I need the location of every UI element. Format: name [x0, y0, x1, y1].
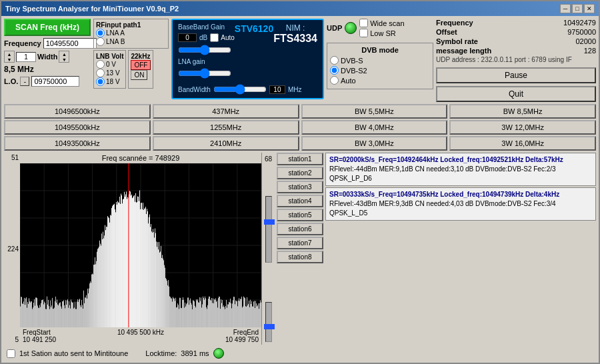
- lnbv-18-radio[interactable]: [96, 77, 105, 86]
- freq-btns-row-1: 10496500kHz437MHzBW 5,5MHzBW 8,5MHz: [4, 104, 596, 119]
- freq-btn-437MHz[interactable]: 437MHz: [153, 104, 299, 119]
- width-display: 8,5 MHz: [4, 65, 91, 74]
- nim-auto-checkbox[interactable]: [210, 33, 219, 42]
- frequency-input[interactable]: [43, 38, 97, 49]
- freq-center-display: 10 495 500 kHz: [117, 329, 164, 343]
- freq-btn-BW55MHz[interactable]: BW 5,5MHz: [301, 104, 448, 119]
- nim-gain-row: dB Auto: [178, 33, 235, 42]
- nim-bw: BandWidth MHz: [178, 84, 317, 95]
- step-spinner: ▲ ▼: [4, 51, 15, 63]
- symbol-info-value: 02000: [575, 37, 596, 45]
- close-button[interactable]: ✕: [584, 4, 595, 13]
- udp-address-info: UDP address : 232.0.0.11 port : 6789 usi…: [436, 56, 596, 63]
- dvb-auto-row: Auto: [330, 76, 430, 85]
- station-button-station1[interactable]: station1: [277, 153, 323, 165]
- freq-btn-10495500kHz[interactable]: 10495500kHz: [4, 120, 151, 135]
- lnbv-0-radio[interactable]: [96, 60, 105, 69]
- freq-btn-3W160MHz[interactable]: 3W 16,0MHz: [449, 136, 596, 151]
- content-area: SCAN Freq (kHz) Frequency ▲ ▼ 1 Width ▲ …: [1, 16, 599, 363]
- freq-buttons-section: 10496500kHz437MHzBW 5,5MHzBW 8,5MHz 1049…: [4, 104, 596, 151]
- lnb-volt-title: LNB Volt: [96, 53, 123, 60]
- step-value: 1: [16, 52, 36, 62]
- freq-start-value: 10 491 250: [23, 336, 56, 343]
- lna-b-label: LNA B: [106, 38, 125, 45]
- freq-end-area: FreqEnd 10 499 750: [225, 329, 259, 343]
- symbol-info-label: Symbol rate: [436, 37, 478, 45]
- dvbs-row: DVB-S: [330, 56, 430, 65]
- lo-input[interactable]: [31, 76, 79, 87]
- udp-led: [345, 22, 357, 34]
- wide-scan-row: Wide scan: [359, 19, 404, 27]
- freq-btn-3W120MHz[interactable]: 3W 12,0MHz: [449, 120, 596, 135]
- station-button-station8[interactable]: station8: [277, 251, 323, 263]
- freq-info-value: 10492479: [563, 19, 596, 27]
- nim-lna-slider-row: [178, 68, 235, 79]
- udp-label: UDP: [327, 24, 342, 32]
- freq-start-area: FreqStart 10 491 250: [23, 329, 56, 343]
- station-button-station4[interactable]: station4: [277, 195, 323, 207]
- v-slider-track2[interactable]: [265, 302, 272, 342]
- auto-send-checkbox[interactable]: [7, 349, 15, 358]
- right-info-panel: Frequency 10492479 Offset 9750000 Symbol…: [436, 19, 596, 102]
- station-button-station3[interactable]: station3: [277, 181, 323, 193]
- wide-scan-checkbox[interactable]: [359, 19, 368, 27]
- dvbs2-radio[interactable]: [330, 66, 339, 75]
- station-button-station5[interactable]: station5: [277, 209, 323, 221]
- lnbv-13-label: 13 V: [106, 69, 120, 77]
- step-down-button[interactable]: ▼: [5, 57, 14, 62]
- spectrum-footer: FreqStart 10 491 250 10 495 500 kHz Freq…: [20, 327, 261, 345]
- freq-btn-10493500kHz[interactable]: 10493500kHz: [4, 136, 151, 151]
- station-button-station7[interactable]: station7: [277, 237, 323, 249]
- nim-lna-slider[interactable]: [178, 68, 231, 79]
- lo-minus-button[interactable]: -: [20, 77, 29, 86]
- dvb-auto-radio[interactable]: [330, 76, 339, 85]
- lnbv-13-radio[interactable]: [96, 69, 105, 77]
- lnbv-0-label: 0 V: [106, 61, 116, 68]
- 22khz-off-button[interactable]: OFF: [131, 60, 151, 70]
- freq-btn-BW30MHz[interactable]: BW 3,0MHz: [301, 136, 448, 151]
- lnb-volt-group: LNB Volt 0 V 13 V 18 V: [93, 50, 126, 89]
- nim-bb-slider[interactable]: [178, 45, 231, 55]
- rf-input-group: RFinput path1 LNA A LNA B: [93, 19, 169, 49]
- lna-a-radio[interactable]: [96, 29, 105, 37]
- locktime-led: [213, 348, 224, 359]
- station-button-station6[interactable]: station6: [277, 223, 323, 235]
- step-up-button[interactable]: ▲: [5, 51, 14, 57]
- minimize-button[interactable]: ─: [560, 4, 571, 13]
- result-line2: RFlevel:-44dBm MER:9,1dB CN needed:3,10 …: [329, 165, 592, 183]
- low-sr-checkbox[interactable]: [359, 29, 368, 37]
- width-down-button[interactable]: ▼: [59, 57, 69, 62]
- offset-info-row: Offset 9750000: [436, 28, 596, 36]
- width-label: Width: [37, 53, 57, 61]
- wide-scan-label: Wide scan: [370, 19, 404, 27]
- nim-bw-slider[interactable]: [213, 84, 267, 95]
- freq-btn-BW40MHz[interactable]: BW 4,0MHz: [301, 120, 448, 135]
- result-line1: SR=02000kS/s_Freq=10492464kHz Locked_fre…: [329, 155, 592, 165]
- lo-label: L.O.: [4, 77, 18, 85]
- 22khz-on-button[interactable]: ON: [131, 70, 147, 80]
- nim-bb-slider-row: [178, 45, 235, 55]
- lna-b-radio[interactable]: [96, 37, 105, 46]
- nim-baseband-label: BaseBand Gain: [178, 23, 235, 31]
- width-spinner: ▲ ▼: [59, 51, 69, 63]
- v-slider-track[interactable]: [265, 196, 272, 263]
- station-button-station2[interactable]: station2: [277, 167, 323, 179]
- nim-gain-input[interactable]: [178, 33, 197, 42]
- dvbs-radio[interactable]: [330, 56, 339, 65]
- width-up-button[interactable]: ▲: [59, 51, 69, 57]
- nim-right: NIM : FTS4334: [273, 23, 317, 45]
- freq-btn-BW85MHz[interactable]: BW 8,5MHz: [449, 104, 596, 119]
- nim-bw-value[interactable]: [269, 85, 285, 94]
- freq-btn-1255MHz[interactable]: 1255MHz: [153, 120, 299, 135]
- right-controls: UDP Wide scan Low SR: [327, 19, 596, 102]
- freq-btn-10496500kHz[interactable]: 10496500kHz: [4, 104, 151, 119]
- scan-button[interactable]: SCAN Freq (kHz): [4, 19, 91, 36]
- maximize-button[interactable]: □: [572, 4, 583, 13]
- msg-length-value: 128: [584, 47, 596, 55]
- y-top-label: 51: [11, 154, 19, 161]
- pause-button[interactable]: Pause: [436, 67, 596, 83]
- rf-input-title: RFinput path1: [96, 21, 166, 29]
- freq-btn-2410MHz[interactable]: 2410MHz: [153, 136, 299, 151]
- quit-button[interactable]: Quit: [436, 86, 596, 102]
- udp-dvb-panel: UDP Wide scan Low SR: [327, 19, 433, 89]
